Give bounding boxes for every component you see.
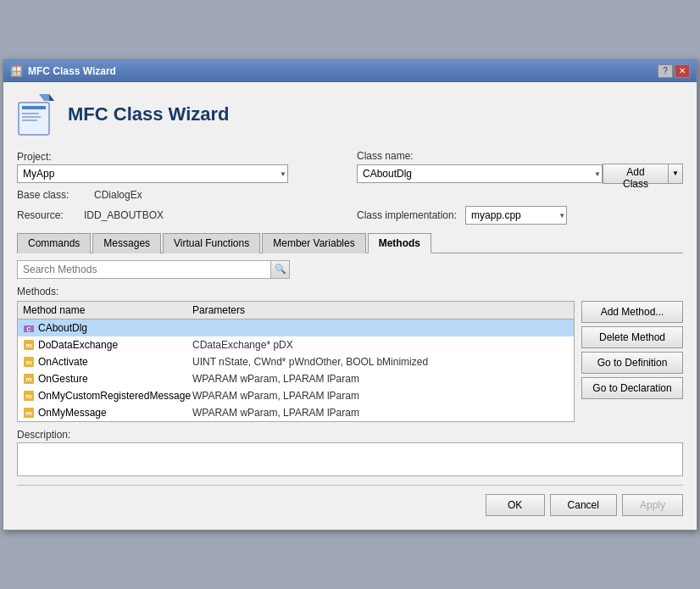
tab-commands[interactable]: Commands <box>17 233 91 253</box>
method-cell: m DoDataExchange <box>23 339 192 351</box>
description-box <box>17 442 683 476</box>
dialog-content: MFC Class Wizard Project: MyApp ▼ <box>3 82 697 530</box>
table-row[interactable]: m OnMyMessage WPARAM wParam, LPARAM lPar… <box>18 404 574 421</box>
search-button[interactable]: 🔍 <box>271 260 290 279</box>
description-area: Description: <box>17 429 683 476</box>
wizard-title: MFC Class Wizard <box>68 103 230 125</box>
mfc-class-wizard-dialog: 🪟 MFC Class Wizard ? ✕ MFC Clas <box>3 59 697 531</box>
methods-label: Methods: <box>17 286 683 297</box>
search-input[interactable] <box>17 260 271 279</box>
resource-value: IDD_ABOUTBOX <box>84 209 164 221</box>
svg-text:m: m <box>25 342 31 349</box>
tabs: Commands Messages Virtual Functions Memb… <box>17 233 683 253</box>
main-panel: Method name Parameters C CAboutDlg <box>17 301 683 422</box>
ok-button[interactable]: OK <box>486 494 545 516</box>
base-class-row: Base class: CDialogEx <box>17 189 683 201</box>
go-to-declaration-button[interactable]: Go to Declaration <box>581 377 683 399</box>
table-row[interactable]: m DoDataExchange CDataExchange* pDX <box>18 336 574 353</box>
tab-methods[interactable]: Methods <box>368 233 431 253</box>
table-row[interactable]: C CAboutDlg <box>18 320 574 336</box>
project-select[interactable]: MyApp <box>17 164 288 183</box>
header-parameters: Parameters <box>192 304 569 316</box>
tab-messages[interactable]: Messages <box>92 233 161 253</box>
project-select-wrapper: MyApp ▼ <box>17 164 288 183</box>
add-method-button[interactable]: Add Method... <box>581 301 683 323</box>
methods-table: Method name Parameters C CAboutDlg <box>17 301 575 422</box>
method-icon: C <box>23 322 35 334</box>
project-label: Project: <box>17 151 343 163</box>
form-section: Project: MyApp ▼ Class name: <box>17 150 683 225</box>
bottom-row: OK Cancel Apply <box>17 494 683 520</box>
title-bar-icon: 🪟 <box>10 65 23 77</box>
title-bar: 🪟 MFC Class Wizard ? ✕ <box>3 60 697 82</box>
tab-member-variables[interactable]: Member Variables <box>262 233 365 253</box>
table-header: Method name Parameters <box>18 302 574 320</box>
header-method-name: Method name <box>23 304 192 316</box>
help-button[interactable]: ? <box>658 64 673 78</box>
go-to-definition-button[interactable]: Go to Definition <box>581 352 683 374</box>
add-class-dropdown-button[interactable]: ▼ <box>669 164 683 184</box>
svg-text:m: m <box>25 392 31 400</box>
base-class-label: Base class: <box>17 189 81 201</box>
svg-rect-4 <box>22 119 37 121</box>
methods-list-area: Method name Parameters C CAboutDlg <box>17 301 575 422</box>
tab-virtual-functions[interactable]: Virtual Functions <box>163 233 260 253</box>
method-cell: C CAboutDlg <box>23 322 192 334</box>
method-icon: m <box>23 339 35 351</box>
params-cell: WPARAM wParam, LPARAM lParam <box>192 373 569 385</box>
method-name: OnMyMessage <box>38 407 107 419</box>
base-class-value: CDialogEx <box>94 189 142 201</box>
delete-method-button[interactable]: Delete Method <box>581 326 683 348</box>
add-class-button[interactable]: Add Class <box>603 164 669 184</box>
divider <box>17 485 683 486</box>
method-name: CAboutDlg <box>38 322 87 334</box>
add-class-btn-group: Add Class ▼ <box>603 164 683 184</box>
method-icon: m <box>23 356 35 368</box>
title-bar-text: MFC Class Wizard <box>28 65 116 77</box>
table-row[interactable]: m OnActivate UINT nState, CWnd* pWndOthe… <box>18 353 574 370</box>
svg-rect-3 <box>22 116 41 118</box>
close-button[interactable]: ✕ <box>675 64 690 78</box>
params-cell: CDataExchange* pDX <box>192 339 569 351</box>
title-bar-left: 🪟 MFC Class Wizard <box>10 65 116 77</box>
svg-text:m: m <box>25 358 31 366</box>
class-impl-select-wrapper: myapp.cpp ▼ <box>465 206 567 225</box>
table-row[interactable]: m OnGesture WPARAM wParam, LPARAM lParam <box>18 370 574 387</box>
class-impl-label: Class implementation: <box>357 209 457 221</box>
apply-button[interactable]: Apply <box>622 494 683 516</box>
svg-text:m: m <box>25 375 31 383</box>
params-cell: UINT nState, CWnd* pWndOther, BOOL bMini… <box>192 356 569 368</box>
method-name: DoDataExchange <box>38 339 118 351</box>
search-bar: 🔍 <box>17 260 683 279</box>
wizard-icon <box>17 92 58 136</box>
method-cell: m OnActivate <box>23 356 192 368</box>
method-name: OnMyCustomRegisteredMessage <box>38 390 191 402</box>
svg-rect-2 <box>22 113 39 114</box>
svg-marker-6 <box>49 94 54 101</box>
cancel-button[interactable]: Cancel <box>550 494 617 516</box>
header-area: MFC Class Wizard <box>17 92 683 136</box>
method-cell: m OnMyMessage <box>23 407 192 419</box>
params-cell: WPARAM wParam, LPARAM lParam <box>192 390 569 402</box>
class-impl-select[interactable]: myapp.cpp <box>465 206 567 225</box>
method-cell: m OnMyCustomRegisteredMessage <box>23 390 192 402</box>
svg-text:C: C <box>26 326 31 332</box>
method-icon: m <box>23 390 35 402</box>
class-name-label: Class name: <box>357 150 683 162</box>
resource-label: Resource: <box>17 209 81 221</box>
title-bar-controls: ? ✕ <box>658 64 690 78</box>
class-name-select[interactable]: CAboutDlg <box>357 164 603 183</box>
description-label: Description: <box>17 429 683 441</box>
method-icon: m <box>23 407 35 419</box>
class-select-wrapper: CAboutDlg ▼ <box>357 164 603 183</box>
method-name: OnGesture <box>38 373 88 385</box>
method-cell: m OnGesture <box>23 373 192 385</box>
svg-text:m: m <box>25 409 31 417</box>
project-row: Project: MyApp ▼ Class name: <box>17 150 683 184</box>
table-row[interactable]: m OnMyCustomRegisteredMessage WPARAM wPa… <box>18 387 574 404</box>
resource-row: Resource: IDD_ABOUTBOX Class implementat… <box>17 206 683 225</box>
method-icon: m <box>23 373 35 385</box>
right-buttons: Add Method... Delete Method Go to Defini… <box>581 301 683 422</box>
svg-rect-1 <box>22 106 46 109</box>
params-cell: WPARAM wParam, LPARAM lParam <box>192 407 569 419</box>
